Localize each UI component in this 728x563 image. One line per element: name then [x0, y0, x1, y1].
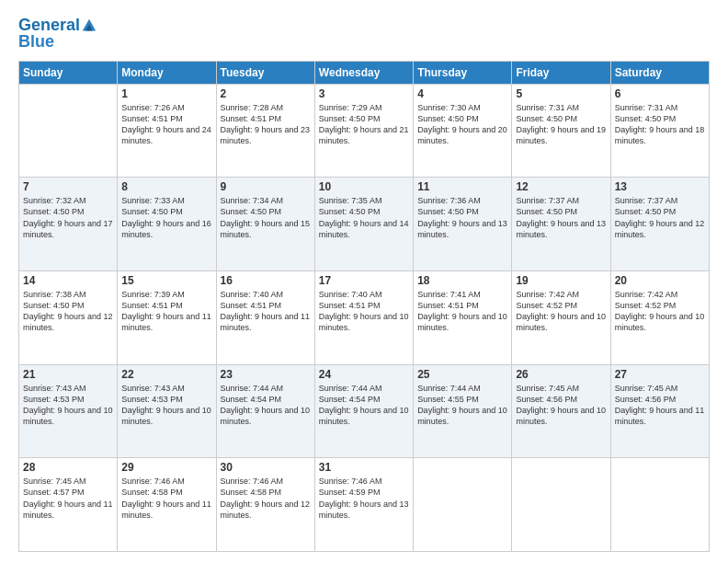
day-number: 28: [23, 461, 113, 474]
day-number: 24: [319, 368, 409, 381]
cell-sunrise: Sunrise: 7:44 AM: [417, 383, 507, 394]
cell-daylight: Daylight: 9 hours and 12 minutes.: [23, 311, 113, 333]
calendar-cell: 12 Sunrise: 7:37 AM Sunset: 4:50 PM Dayl…: [512, 178, 610, 271]
cell-daylight: Daylight: 9 hours and 13 minutes.: [319, 499, 409, 521]
cell-sunrise: Sunrise: 7:46 AM: [221, 476, 311, 487]
cell-sunrise: Sunrise: 7:28 AM: [221, 102, 311, 113]
calendar-cell: 10 Sunrise: 7:35 AM Sunset: 4:50 PM Dayl…: [314, 178, 413, 271]
page: General Blue SundayMondayTuesdayWednesda…: [0, 0, 728, 563]
day-number: 16: [221, 274, 311, 287]
calendar-cell: 8 Sunrise: 7:33 AM Sunset: 4:50 PM Dayli…: [118, 178, 216, 271]
calendar-cell: 11 Sunrise: 7:36 AM Sunset: 4:50 PM Dayl…: [414, 178, 512, 271]
calendar-cell: 16 Sunrise: 7:40 AM Sunset: 4:51 PM Dayl…: [216, 270, 314, 364]
logo-icon: [81, 17, 97, 34]
day-number: 25: [417, 368, 507, 381]
cell-sunset: Sunset: 4:58 PM: [221, 487, 311, 498]
day-number: 17: [319, 274, 409, 287]
calendar-cell: 19 Sunrise: 7:42 AM Sunset: 4:52 PM Dayl…: [512, 270, 610, 364]
cell-sunset: Sunset: 4:53 PM: [23, 394, 113, 405]
cell-sunrise: Sunrise: 7:40 AM: [319, 289, 409, 300]
cell-sunrise: Sunrise: 7:35 AM: [319, 195, 409, 206]
cell-sunrise: Sunrise: 7:43 AM: [23, 383, 113, 394]
cell-daylight: Daylight: 9 hours and 10 minutes.: [615, 311, 705, 333]
cell-sunrise: Sunrise: 7:31 AM: [516, 102, 606, 113]
cell-sunrise: Sunrise: 7:45 AM: [615, 383, 705, 394]
cell-sunset: Sunset: 4:50 PM: [615, 206, 705, 217]
day-number: 29: [121, 461, 211, 474]
cell-daylight: Daylight: 9 hours and 19 minutes.: [516, 124, 606, 146]
cell-sunset: Sunset: 4:50 PM: [23, 206, 113, 217]
cell-sunset: Sunset: 4:51 PM: [121, 113, 211, 124]
cell-sunrise: Sunrise: 7:30 AM: [417, 102, 507, 113]
calendar-cell: 18 Sunrise: 7:41 AM Sunset: 4:51 PM Dayl…: [414, 270, 512, 364]
cell-sunrise: Sunrise: 7:29 AM: [319, 102, 409, 113]
cell-daylight: Daylight: 9 hours and 10 minutes.: [516, 311, 606, 333]
cell-daylight: Daylight: 9 hours and 17 minutes.: [23, 218, 113, 240]
cell-sunset: Sunset: 4:57 PM: [23, 487, 113, 498]
cell-sunrise: Sunrise: 7:42 AM: [615, 289, 705, 300]
cell-sunset: Sunset: 4:53 PM: [121, 394, 211, 405]
cell-sunset: Sunset: 4:55 PM: [417, 394, 507, 405]
cell-sunset: Sunset: 4:50 PM: [319, 113, 409, 124]
cell-sunset: Sunset: 4:50 PM: [319, 206, 409, 217]
calendar-cell: 21 Sunrise: 7:43 AM Sunset: 4:53 PM Dayl…: [19, 364, 118, 458]
cell-sunrise: Sunrise: 7:41 AM: [417, 289, 507, 300]
cell-daylight: Daylight: 9 hours and 10 minutes.: [417, 405, 507, 427]
calendar-cell: 3 Sunrise: 7:29 AM Sunset: 4:50 PM Dayli…: [314, 84, 413, 178]
day-number: 8: [121, 180, 211, 193]
cell-sunset: Sunset: 4:59 PM: [319, 487, 409, 498]
calendar-cell: 24 Sunrise: 7:44 AM Sunset: 4:54 PM Dayl…: [314, 364, 413, 458]
cell-sunset: Sunset: 4:51 PM: [319, 300, 409, 311]
calendar-cell: 27 Sunrise: 7:45 AM Sunset: 4:56 PM Dayl…: [610, 364, 709, 458]
calendar-cell: 31 Sunrise: 7:46 AM Sunset: 4:59 PM Dayl…: [314, 458, 413, 552]
cell-daylight: Daylight: 9 hours and 12 minutes.: [221, 499, 311, 521]
cell-sunrise: Sunrise: 7:32 AM: [23, 195, 113, 206]
cell-sunset: Sunset: 4:51 PM: [417, 300, 507, 311]
day-number: 18: [417, 274, 507, 287]
cell-daylight: Daylight: 9 hours and 10 minutes.: [121, 405, 211, 427]
calendar-cell: 6 Sunrise: 7:31 AM Sunset: 4:50 PM Dayli…: [610, 84, 709, 178]
cell-sunrise: Sunrise: 7:37 AM: [615, 195, 705, 206]
day-number: 13: [615, 180, 705, 193]
cell-sunset: Sunset: 4:50 PM: [516, 206, 606, 217]
calendar-cell: 14 Sunrise: 7:38 AM Sunset: 4:50 PM Dayl…: [19, 270, 118, 364]
cell-daylight: Daylight: 9 hours and 18 minutes.: [615, 124, 705, 146]
cell-sunset: Sunset: 4:54 PM: [319, 394, 409, 405]
day-number: 10: [319, 180, 409, 193]
cell-sunrise: Sunrise: 7:38 AM: [23, 289, 113, 300]
day-number: 15: [121, 274, 211, 287]
cell-daylight: Daylight: 9 hours and 10 minutes.: [319, 311, 409, 333]
day-number: 11: [417, 180, 507, 193]
calendar-cell: 9 Sunrise: 7:34 AM Sunset: 4:50 PM Dayli…: [216, 178, 314, 271]
calendar-cell: 26 Sunrise: 7:45 AM Sunset: 4:56 PM Dayl…: [512, 364, 610, 458]
cell-daylight: Daylight: 9 hours and 21 minutes.: [319, 124, 409, 146]
cell-daylight: Daylight: 9 hours and 23 minutes.: [221, 124, 311, 146]
day-number: 6: [615, 87, 705, 100]
cell-daylight: Daylight: 9 hours and 11 minutes.: [121, 311, 211, 333]
calendar-week-5: 28 Sunrise: 7:45 AM Sunset: 4:57 PM Dayl…: [19, 458, 710, 552]
cell-sunset: Sunset: 4:56 PM: [516, 394, 606, 405]
day-number: 7: [23, 180, 113, 193]
cell-daylight: Daylight: 9 hours and 10 minutes.: [516, 405, 606, 427]
header: General Blue: [18, 17, 710, 52]
calendar-cell: 29 Sunrise: 7:46 AM Sunset: 4:58 PM Dayl…: [118, 458, 216, 552]
calendar-header-monday: Monday: [118, 61, 216, 84]
day-number: 23: [221, 368, 311, 381]
calendar-header-tuesday: Tuesday: [216, 61, 314, 84]
day-number: 4: [417, 87, 507, 100]
day-number: 3: [319, 87, 409, 100]
day-number: 30: [221, 461, 311, 474]
day-number: 12: [516, 180, 606, 193]
cell-daylight: Daylight: 9 hours and 10 minutes.: [319, 405, 409, 427]
day-number: 27: [615, 368, 705, 381]
cell-daylight: Daylight: 9 hours and 15 minutes.: [221, 218, 311, 240]
cell-sunset: Sunset: 4:50 PM: [417, 206, 507, 217]
calendar-cell: 5 Sunrise: 7:31 AM Sunset: 4:50 PM Dayli…: [512, 84, 610, 178]
cell-sunset: Sunset: 4:51 PM: [221, 300, 311, 311]
calendar-cell: [610, 458, 709, 552]
cell-sunrise: Sunrise: 7:31 AM: [615, 102, 705, 113]
cell-daylight: Daylight: 9 hours and 11 minutes.: [23, 499, 113, 521]
logo-text-blue: Blue: [18, 33, 97, 52]
day-number: 1: [121, 87, 211, 100]
cell-sunset: Sunset: 4:50 PM: [221, 206, 311, 217]
